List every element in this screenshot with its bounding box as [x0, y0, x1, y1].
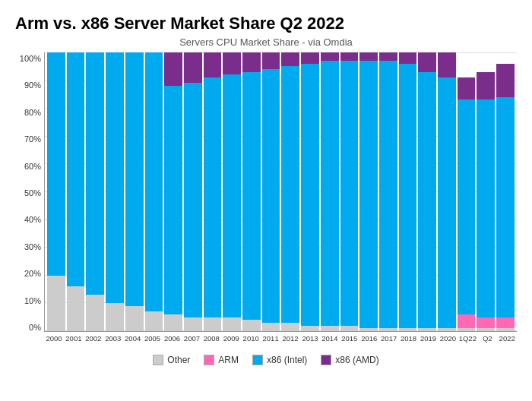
bar-group — [359, 52, 378, 331]
y-axis-label: 60% — [15, 162, 44, 171]
bar-segment-other — [359, 328, 378, 331]
x-axis-label: 2009 — [221, 332, 241, 349]
bar-segment-amd — [438, 52, 456, 77]
bar-group — [418, 52, 436, 331]
bar-segment-amd — [301, 52, 319, 64]
bar-segment-amd — [359, 52, 378, 61]
x-axis-label: 2003 — [103, 332, 123, 349]
y-axis-label: 90% — [15, 81, 44, 90]
x-axis-label: 2018 — [399, 332, 419, 349]
legend-item: x86 (Intel) — [252, 355, 307, 365]
bar-group — [321, 52, 339, 331]
bar-segment-other — [164, 314, 182, 331]
bar-segment-amd — [223, 52, 241, 74]
bar-segment-intel — [340, 61, 359, 326]
bar-segment-amd — [458, 77, 476, 99]
legend-item: ARM — [204, 355, 239, 365]
legend-color-box — [153, 355, 163, 365]
page-title: Arm vs. x86 Server Market Share Q2 2022 — [15, 14, 517, 33]
bar-group — [458, 52, 476, 331]
legend: OtherARMx86 (Intel)x86 (AMD) — [15, 355, 517, 365]
x-axis-label: 2016 — [359, 332, 379, 349]
bar-segment-other — [496, 328, 515, 331]
bar-segment-other — [184, 317, 202, 331]
x-axis-label: 2006 — [163, 332, 182, 349]
bar-group — [204, 52, 222, 331]
chart-area: 0%10%20%30%40%50%60%70%80%90%100% 200020… — [15, 52, 517, 365]
x-axis-label: 2015 — [340, 332, 359, 349]
bar-segment-other — [399, 328, 417, 331]
bar-group — [164, 52, 182, 331]
bar-segment-intel — [106, 52, 124, 303]
bar-segment-intel — [438, 77, 456, 328]
x-axis-label: 2004 — [123, 332, 143, 349]
bar-group — [477, 52, 495, 331]
bar-group — [340, 52, 359, 331]
bar-segment-other — [340, 326, 359, 331]
x-axis-label: 2017 — [379, 332, 399, 349]
bars-and-xaxis: 2000200120022003200420052006200720082009… — [44, 52, 517, 349]
bar-segment-amd — [204, 52, 222, 77]
bar-segment-intel — [184, 83, 202, 317]
bar-segment-arm — [496, 317, 515, 329]
bar-group — [106, 52, 124, 331]
bar-group — [262, 52, 280, 331]
x-axis-label: 2001 — [64, 332, 84, 349]
y-axis-label: 80% — [15, 108, 44, 117]
x-axis-label: 2002 — [84, 332, 103, 349]
bar-segment-amd — [340, 52, 359, 61]
bar-segment-intel — [301, 64, 319, 326]
bar-segment-other — [86, 295, 104, 331]
legend-color-box — [252, 355, 263, 365]
bar-group — [223, 52, 241, 331]
bar-group — [145, 52, 163, 331]
bar-segment-other — [223, 317, 241, 331]
x-axis-label: 2005 — [143, 332, 163, 349]
bar-segment-amd — [321, 52, 339, 61]
bar-segment-other — [204, 317, 222, 331]
bar-segment-amd — [418, 52, 436, 72]
bar-group — [242, 52, 261, 331]
bar-segment-intel — [399, 64, 417, 329]
bar-segment-other — [281, 323, 299, 331]
y-axis: 0%10%20%30%40%50%60%70%80%90%100% — [15, 52, 44, 349]
bar-segment-intel — [145, 52, 163, 311]
bar-segment-intel — [496, 97, 515, 317]
bars-container — [44, 52, 517, 332]
bar-segment-amd — [496, 64, 515, 97]
bar-group — [47, 52, 65, 331]
x-axis-label: 2020 — [438, 332, 458, 349]
bar-segment-amd — [262, 52, 280, 69]
bar-segment-amd — [477, 72, 495, 100]
legend-item: x86 (AMD) — [321, 355, 378, 365]
bar-segment-other — [67, 286, 85, 331]
x-axis-label: 2008 — [201, 332, 221, 349]
bar-segment-amd — [399, 52, 417, 64]
bar-segment-intel — [418, 72, 436, 329]
bar-segment-other — [321, 326, 339, 331]
bar-group — [496, 52, 515, 331]
bar-segment-other — [438, 328, 456, 331]
x-axis-label: 2019 — [419, 332, 439, 349]
y-axis-label: 70% — [15, 134, 44, 144]
y-axis-label: 50% — [15, 188, 44, 197]
bar-segment-arm — [458, 314, 476, 328]
bar-segment-intel — [458, 99, 476, 314]
bar-segment-intel — [223, 74, 241, 317]
legend-item: Other — [153, 355, 190, 365]
bar-segment-intel — [242, 72, 261, 320]
bar-group — [301, 52, 319, 331]
bar-segment-other — [145, 311, 163, 331]
chart-body: 0%10%20%30%40%50%60%70%80%90%100% 200020… — [15, 52, 517, 349]
bar-segment-other — [125, 306, 144, 331]
legend-label: Other — [167, 355, 190, 365]
bar-segment-arm — [477, 317, 495, 329]
bar-segment-intel — [281, 66, 299, 323]
bar-group — [438, 52, 456, 331]
bar-segment-intel — [47, 52, 65, 276]
y-axis-label: 0% — [15, 323, 44, 332]
x-axis: 2000200120022003200420052006200720082009… — [44, 332, 517, 349]
x-axis-label: 2000 — [44, 332, 64, 349]
y-axis-label: 40% — [15, 215, 44, 224]
bar-group — [379, 52, 397, 331]
